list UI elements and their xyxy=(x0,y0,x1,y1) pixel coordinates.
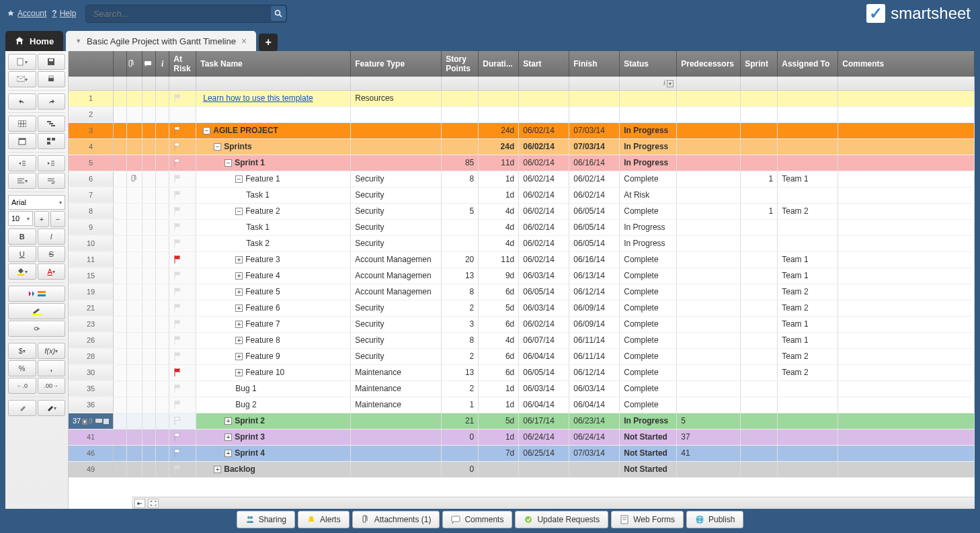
expand-toggle[interactable]: + xyxy=(235,353,243,360)
start-cell[interactable]: 06/02/14 xyxy=(519,138,569,155)
table-row[interactable]: 8 −Feature 2 Security 5 4d 06/02/14 06/0… xyxy=(69,203,975,219)
task-name-cell[interactable]: Task 1 xyxy=(196,219,351,235)
table-row[interactable]: 49 +Backlog 0 Not Started xyxy=(69,461,975,477)
expand-toggle[interactable]: + xyxy=(224,450,232,457)
finish-cell[interactable]: 06/04/14 xyxy=(569,397,620,413)
finish-cell[interactable] xyxy=(569,461,620,477)
assigned-cell[interactable] xyxy=(778,413,838,429)
comments-cell[interactable] xyxy=(838,203,975,219)
sprint-cell[interactable] xyxy=(741,90,778,106)
flag-cell[interactable] xyxy=(169,300,196,316)
expand-toggle[interactable]: + xyxy=(224,417,232,425)
table-row[interactable]: 5 −Sprint 1 85 11d 06/02/14 06/16/14 In … xyxy=(69,155,975,171)
duration-cell[interactable] xyxy=(479,461,519,477)
row-number[interactable]: 21 xyxy=(69,300,114,316)
row-number[interactable]: 11 xyxy=(69,251,114,268)
feature-type-cell[interactable]: Security xyxy=(351,171,442,187)
status-cell[interactable]: In Progress xyxy=(620,155,677,171)
sprint-cell[interactable] xyxy=(741,413,778,429)
table-row[interactable]: 9 Task 1 Security 4d 06/02/14 06/05/14 I… xyxy=(69,219,975,235)
assigned-cell[interactable]: Team 1 xyxy=(778,251,838,268)
comments-cell[interactable] xyxy=(838,300,975,316)
start-cell[interactable] xyxy=(519,90,569,106)
flag-cell[interactable] xyxy=(169,138,196,155)
expand-toggle[interactable]: + xyxy=(235,321,243,328)
comments-cell[interactable] xyxy=(838,219,975,235)
save-button[interactable] xyxy=(38,54,66,70)
feature-type-cell[interactable]: Maintenance xyxy=(351,397,442,413)
status-cell[interactable]: Complete xyxy=(620,203,677,219)
task-name-cell[interactable]: Task 1 xyxy=(196,187,351,203)
duration-cell[interactable]: 6d xyxy=(479,364,519,380)
assigned-cell[interactable] xyxy=(778,122,838,138)
expand-toggle[interactable]: + xyxy=(235,272,243,280)
duration-cell[interactable]: 1d xyxy=(479,171,519,187)
font-size-selector[interactable]: 10▾ xyxy=(8,211,33,226)
sheet-tab[interactable]: ▼ Basic Agile Project with Gantt Timelin… xyxy=(66,31,256,51)
finish-cell[interactable]: 06/05/14 xyxy=(569,203,620,219)
conditional-format-button[interactable] xyxy=(8,286,65,302)
assigned-cell[interactable] xyxy=(778,187,838,203)
assigned-cell[interactable]: Team 2 xyxy=(778,364,838,380)
grid-view-button[interactable] xyxy=(8,116,36,132)
predecessors-cell[interactable] xyxy=(677,364,741,380)
story-points-cell[interactable] xyxy=(442,122,479,138)
finish-cell[interactable]: 06/05/14 xyxy=(569,219,620,235)
story-points-cell[interactable]: 8 xyxy=(442,284,479,300)
task-name-cell[interactable]: +Feature 4 xyxy=(196,268,351,284)
duration-cell[interactable]: 6d xyxy=(479,316,519,332)
story-points-cell[interactable]: 5 xyxy=(442,203,479,219)
feature-type-cell[interactable]: Security xyxy=(351,235,442,251)
flag-cell[interactable] xyxy=(169,155,196,171)
task-name-cell[interactable]: +Sprint 2 xyxy=(196,413,351,429)
status-cell[interactable]: Complete xyxy=(620,364,677,380)
status-cell[interactable]: Complete xyxy=(620,268,677,284)
story-points-cell[interactable]: 8 xyxy=(442,332,479,348)
assigned-cell[interactable]: Team 2 xyxy=(778,348,838,364)
task-name-cell[interactable]: +Feature 7 xyxy=(196,316,351,332)
comments-cell[interactable] xyxy=(838,413,975,429)
task-link[interactable]: Learn how to use this template xyxy=(203,93,313,103)
finish-cell[interactable]: 06/12/14 xyxy=(569,364,620,380)
flag-cell[interactable] xyxy=(169,348,196,364)
row-number[interactable]: 46 xyxy=(69,445,114,461)
duration-cell[interactable]: 4d xyxy=(479,235,519,251)
story-points-cell[interactable]: 3 xyxy=(442,316,479,332)
sprint-cell[interactable] xyxy=(741,364,778,380)
assignedto-header[interactable]: Assigned To xyxy=(778,51,838,77)
indent-button[interactable] xyxy=(38,155,66,171)
flag-cell[interactable] xyxy=(169,413,196,429)
expand-all-button[interactable]: ⛶ xyxy=(148,499,159,508)
outdent-button[interactable] xyxy=(8,155,36,171)
flag-cell[interactable] xyxy=(169,203,196,219)
task-name-cell[interactable]: Learn how to use this template xyxy=(196,90,351,106)
story-points-cell[interactable]: 20 xyxy=(442,251,479,268)
predecessors-cell[interactable] xyxy=(677,155,741,171)
start-cell[interactable]: 06/02/14 xyxy=(519,203,569,219)
flag-cell[interactable] xyxy=(169,364,196,380)
story-points-cell[interactable]: 21 xyxy=(442,413,479,429)
comments-cell[interactable] xyxy=(838,268,975,284)
format-painter-button[interactable] xyxy=(8,400,36,416)
new-sheet-button[interactable]: ▾ xyxy=(8,54,36,70)
duration-cell[interactable]: 1d xyxy=(479,429,519,445)
status-cell[interactable]: Complete xyxy=(620,316,677,332)
finish-cell[interactable] xyxy=(569,90,620,106)
sprint-cell[interactable] xyxy=(741,235,778,251)
row-number[interactable]: 8 xyxy=(69,203,114,219)
feature-type-cell[interactable] xyxy=(351,155,442,171)
row-number[interactable]: 49 xyxy=(69,461,114,477)
task-name-cell[interactable]: +Feature 6 xyxy=(196,300,351,316)
collapse-all-button[interactable]: ⇤ xyxy=(134,499,145,508)
task-name-cell[interactable]: −Sprints xyxy=(196,138,351,155)
predecessors-cell[interactable]: 37 xyxy=(677,429,741,445)
row-number[interactable]: 36 xyxy=(69,397,114,413)
assigned-cell[interactable] xyxy=(778,445,838,461)
comments-cell[interactable] xyxy=(838,461,975,477)
start-cell[interactable]: 06/02/14 xyxy=(519,187,569,203)
start-cell[interactable]: 06/04/14 xyxy=(519,348,569,364)
flag-cell[interactable] xyxy=(169,106,196,122)
start-cell[interactable]: 06/05/14 xyxy=(519,364,569,380)
table-row[interactable]: 11 +Feature 3 Account Managemen 20 11d 0… xyxy=(69,251,975,268)
story-points-cell[interactable] xyxy=(442,445,479,461)
